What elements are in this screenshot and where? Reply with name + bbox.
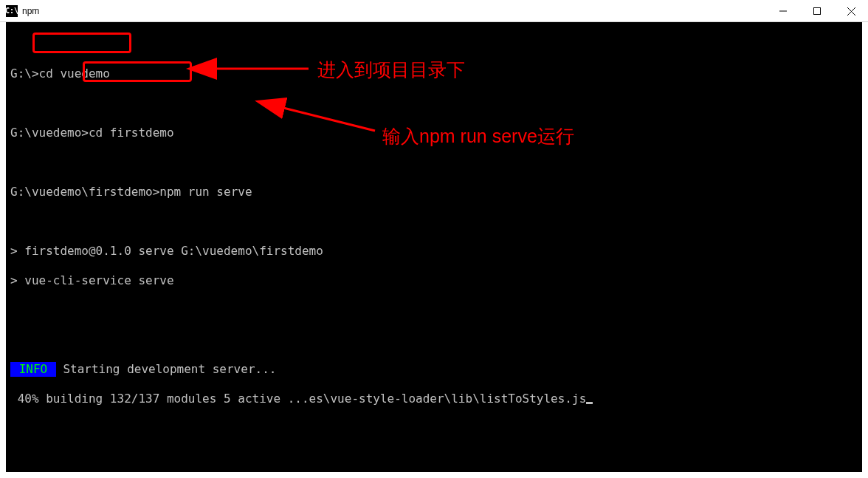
maximize-icon bbox=[813, 7, 821, 15]
titlebar[interactable]: C:\ npm bbox=[0, 0, 868, 22]
window-controls bbox=[766, 0, 868, 22]
terminal-output: G:\>cd vuedemo G:\vuedemo>cd firstdemo G… bbox=[6, 22, 862, 436]
terminal-line bbox=[6, 303, 862, 318]
terminal-line bbox=[6, 214, 862, 229]
cmd-icon: C:\ bbox=[6, 5, 18, 17]
terminal-text: > firstdemo@0.1.0 serve G:\vuedemo\first… bbox=[10, 244, 323, 258]
maximize-button[interactable] bbox=[800, 0, 834, 22]
terminal-line bbox=[6, 332, 862, 347]
command-text: npm run serve bbox=[159, 185, 252, 199]
terminal-line bbox=[6, 37, 862, 52]
terminal-area[interactable]: G:\>cd vuedemo G:\vuedemo>cd firstdemo G… bbox=[6, 22, 862, 472]
terminal-line: G:\vuedemo>cd firstdemo bbox=[6, 126, 862, 140]
terminal-text: > vue-cli-service serve bbox=[10, 273, 174, 287]
terminal-line: INFO Starting development server... bbox=[6, 362, 862, 377]
terminal-line: G:\vuedemo\firstdemo>npm run serve bbox=[6, 185, 862, 199]
terminal-line bbox=[6, 96, 862, 111]
info-badge: INFO bbox=[10, 362, 56, 377]
terminal-line: 40% building 132/137 modules 5 active ..… bbox=[6, 392, 862, 406]
terminal-line bbox=[6, 155, 862, 170]
minimize-icon bbox=[779, 7, 787, 15]
terminal-line: > vue-cli-service serve bbox=[6, 273, 862, 288]
terminal-line: G:\>cd vuedemo bbox=[6, 66, 862, 81]
prompt-text: G:\vuedemo\firstdemo> bbox=[10, 185, 159, 199]
window-frame: C:\ npm G:\>cd vuedemo G:\vuedemo>cd fir… bbox=[0, 0, 868, 478]
command-text: cd vuedemo bbox=[39, 66, 110, 81]
prompt-text: G:\> bbox=[10, 66, 39, 81]
close-button[interactable] bbox=[834, 0, 868, 22]
terminal-text: 40% building 132/137 modules 5 active ..… bbox=[10, 392, 586, 406]
window-title: npm bbox=[22, 6, 39, 16]
terminal-text: Starting development server... bbox=[56, 362, 277, 376]
close-icon bbox=[847, 7, 855, 16]
command-text: cd firstdemo bbox=[89, 126, 174, 140]
minimize-button[interactable] bbox=[766, 0, 800, 22]
prompt-text: G:\vuedemo> bbox=[10, 126, 89, 140]
terminal-line: > firstdemo@0.1.0 serve G:\vuedemo\first… bbox=[6, 244, 862, 259]
svg-rect-1 bbox=[814, 8, 821, 15]
cursor-icon bbox=[586, 402, 593, 404]
